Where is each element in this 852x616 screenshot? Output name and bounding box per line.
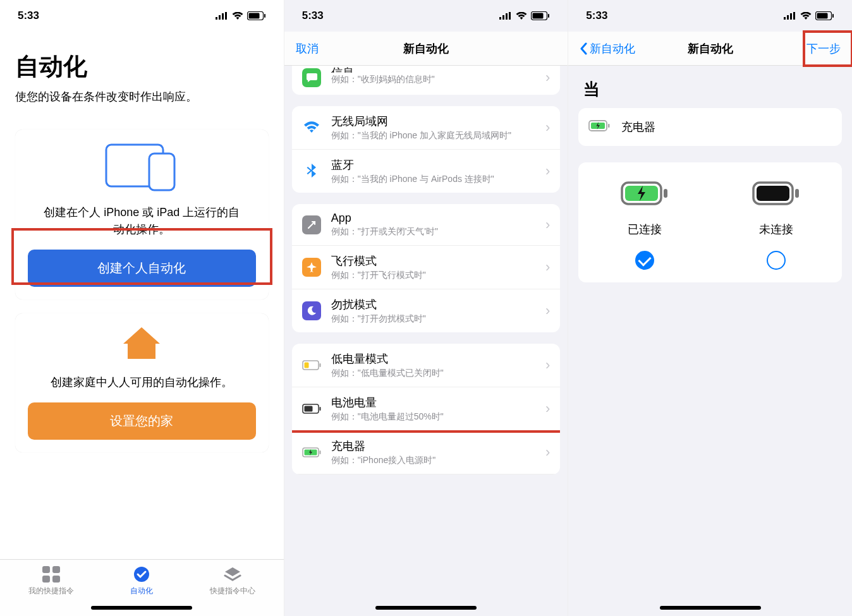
home-card-desc: 创建家庭中人人可用的自动化操作。 — [28, 374, 256, 391]
moon-icon — [302, 301, 321, 320]
svg-rect-11 — [42, 576, 50, 583]
option-connected[interactable]: 已连接 — [578, 181, 710, 270]
chevron-right-icon: › — [545, 303, 550, 319]
personal-card-desc: 创建在个人 iPhone 或 iPad 上运行的自动化操作。 — [28, 204, 256, 238]
battery-level-icon — [302, 399, 321, 418]
home-indicator[interactable] — [375, 606, 477, 610]
section-when: 当 — [568, 66, 852, 108]
nav-title: 新自动化 — [688, 41, 733, 56]
trigger-airplane[interactable]: 飞行模式 例如："打开飞行模式时" › — [292, 246, 561, 289]
tab-shortcuts[interactable]: 我的快捷指令 — [28, 566, 74, 616]
svg-rect-20 — [548, 14, 549, 18]
svg-rect-36 — [832, 14, 834, 18]
trigger-sub: 例如："当我的 iPhone 与 AirPods 连接时" — [331, 174, 540, 185]
svg-rect-14 — [499, 17, 501, 20]
status-icons — [784, 11, 834, 20]
setup-home-button[interactable]: 设置您的家 — [28, 402, 256, 440]
trigger-battery-level[interactable]: 电池电量 例如："电池电量超过50%时" › — [292, 387, 561, 431]
svg-rect-33 — [793, 12, 795, 20]
condition-label: 充电器 — [621, 119, 655, 135]
status-icons — [216, 11, 266, 20]
tab-label: 快捷指令中心 — [210, 586, 255, 595]
svg-rect-44 — [757, 186, 789, 201]
condition-row: 充电器 — [578, 108, 842, 146]
svg-rect-15 — [502, 15, 504, 20]
svg-rect-12 — [52, 576, 60, 583]
chevron-right-icon: › — [545, 401, 550, 417]
trigger-sub: 例如："低电量模式已关闭时" — [331, 368, 540, 379]
grid-icon — [28, 566, 74, 583]
status-icons — [499, 11, 550, 20]
page-subtitle: 使您的设备在条件改变时作出响应。 — [15, 89, 269, 104]
personal-automation-card: 创建在个人 iPhone 或 iPad 上运行的自动化操作。 创建个人自动化 — [15, 130, 269, 299]
next-button[interactable]: 下一步 — [806, 41, 841, 56]
battery-charging-icon — [621, 181, 669, 208]
trigger-title: 充电器 — [331, 438, 540, 454]
page-title: 自动化 — [15, 51, 269, 83]
battery-icon — [247, 11, 266, 20]
svg-rect-23 — [319, 363, 320, 367]
status-bar: 5:33 — [284, 0, 568, 32]
airplane-icon — [302, 258, 321, 277]
svg-rect-25 — [304, 406, 312, 412]
svg-rect-19 — [533, 13, 544, 19]
svg-rect-0 — [216, 17, 217, 20]
trigger-message[interactable]: 信息 例如："收到妈妈的信息时" › — [292, 66, 561, 95]
battery-full-icon — [752, 181, 800, 208]
trigger-sub: 例如："当我的 iPhone 加入家庭无线局域网时" — [331, 130, 540, 142]
option-label: 已连接 — [628, 222, 662, 237]
svg-rect-39 — [608, 124, 610, 128]
signal-icon — [784, 12, 796, 20]
trigger-sub: 例如："打开或关闭'天气'时" — [331, 226, 540, 238]
cancel-button[interactable]: 取消 — [296, 41, 319, 56]
svg-rect-2 — [222, 13, 224, 20]
nav-bar: 取消 新自动化 — [284, 32, 568, 66]
trigger-title: 飞行模式 — [331, 253, 540, 269]
back-button[interactable]: 新自动化 — [580, 41, 635, 56]
chevron-right-icon: › — [545, 119, 550, 136]
home-indicator[interactable] — [660, 606, 761, 610]
chevron-right-icon: › — [545, 357, 550, 373]
nav-bar: 新自动化 新自动化 下一步 — [568, 32, 852, 66]
trigger-app[interactable]: App 例如："打开或关闭'天气'时" › — [292, 204, 561, 246]
home-indicator[interactable] — [91, 606, 192, 610]
wifi-icon — [800, 12, 812, 20]
trigger-sub: 例如："打开勿扰模式时" — [331, 313, 540, 325]
tab-gallery[interactable]: 快捷指令中心 — [210, 566, 255, 616]
trigger-sub: 例如："收到妈妈的信息时" — [331, 74, 540, 85]
chevron-right-icon: › — [545, 444, 550, 461]
trigger-low-power[interactable]: 低电量模式 例如："低电量模式已关闭时" › — [292, 344, 561, 387]
back-label: 新自动化 — [590, 41, 635, 56]
create-personal-button[interactable]: 创建个人自动化 — [28, 250, 256, 287]
trigger-sub: 例如："电池电量超过50%时" — [331, 411, 540, 423]
svg-rect-17 — [509, 12, 511, 20]
svg-rect-10 — [52, 566, 60, 573]
status-time: 5:33 — [18, 9, 39, 22]
svg-rect-8 — [149, 154, 174, 190]
signal-icon — [216, 12, 228, 20]
trigger-bluetooth[interactable]: 蓝牙 例如："当我的 iPhone 与 AirPods 连接时" › — [292, 150, 561, 193]
trigger-group-system: App 例如："打开或关闭'天气'时" › 飞行模式 例如："打开飞行模式时" … — [292, 204, 561, 332]
chevron-left-icon — [580, 42, 587, 55]
chevron-right-icon: › — [545, 259, 550, 275]
svg-rect-29 — [319, 450, 320, 454]
trigger-wifi[interactable]: 无线局域网 例如："当我的 iPhone 加入家庭无线局域网时" › — [292, 106, 561, 150]
trigger-title: 信息 — [331, 66, 540, 73]
stack-icon — [210, 566, 255, 583]
svg-rect-45 — [795, 189, 799, 198]
option-disconnected[interactable]: 未连接 — [710, 181, 842, 270]
trigger-charger[interactable]: 充电器 例如："iPhone接入电源时" › — [292, 431, 561, 474]
trigger-dnd[interactable]: 勿扰模式 例如："打开勿扰模式时" › — [292, 289, 561, 332]
trigger-title: 无线局域网 — [331, 114, 540, 129]
radio-selected-icon[interactable] — [635, 251, 654, 270]
status-time: 5:33 — [302, 9, 324, 22]
home-automation-card: 创建家庭中人人可用的自动化操作。 设置您的家 — [15, 313, 269, 452]
trigger-group-comm: 信息 例如："收到妈妈的信息时" › — [292, 66, 561, 95]
svg-rect-22 — [304, 363, 308, 368]
tab-label: 我的快捷指令 — [28, 586, 74, 595]
trigger-title: 蓝牙 — [331, 157, 540, 172]
radio-unselected-icon[interactable] — [767, 251, 786, 270]
svg-rect-9 — [42, 566, 50, 573]
low-power-icon — [302, 356, 321, 375]
svg-rect-35 — [817, 13, 828, 19]
